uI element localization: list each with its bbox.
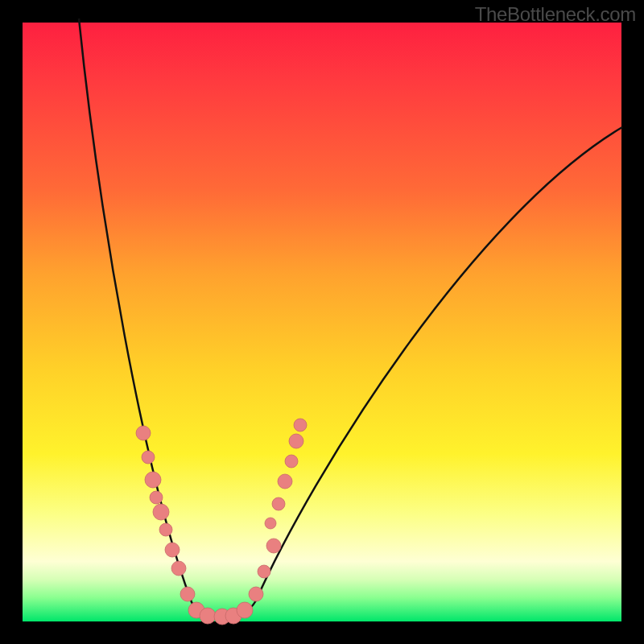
scatter-dot [289, 434, 303, 448]
scatter-dot [265, 518, 276, 529]
scatter-dot [237, 602, 253, 618]
scatter-dot [258, 565, 270, 578]
chart-frame: TheBottleneck.com [0, 0, 644, 644]
scatter-dot [272, 497, 285, 510]
scatter-dot [136, 426, 151, 440]
scatter-dot [200, 608, 216, 624]
scatter-dot [294, 419, 307, 431]
curve-left-branch [79, 19, 220, 617]
watermark-text: TheBottleneck.com [475, 3, 636, 26]
scatter-dots [136, 419, 307, 625]
scatter-dot [180, 587, 195, 601]
scatter-dot [278, 474, 292, 489]
scatter-dot [153, 504, 169, 520]
scatter-dot [145, 472, 161, 488]
curve-right-branch [228, 127, 622, 617]
plot-area [23, 23, 621, 621]
scatter-dot [266, 539, 281, 553]
scatter-dot [249, 587, 263, 601]
scatter-dot [159, 523, 172, 536]
scatter-dot [150, 491, 163, 504]
scatter-dot [285, 455, 298, 468]
scatter-dot [165, 543, 180, 557]
scatter-dot [171, 561, 186, 576]
curve-svg [23, 23, 621, 621]
scatter-dot [142, 451, 155, 464]
